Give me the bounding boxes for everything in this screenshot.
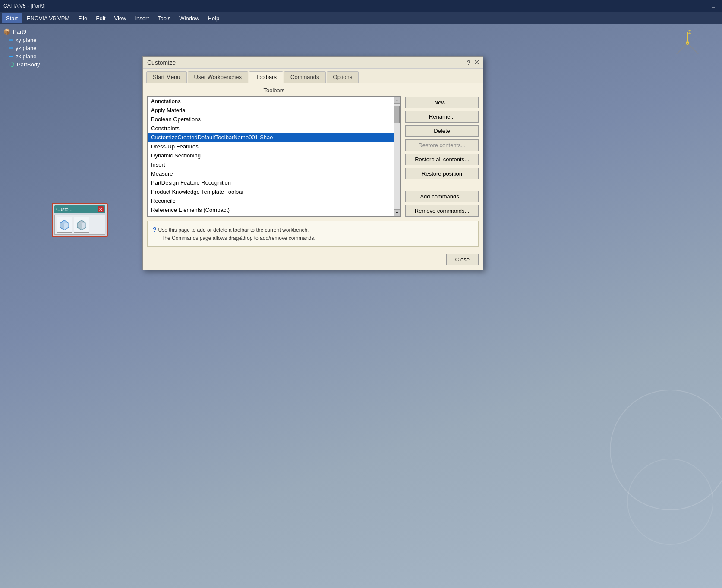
- menu-view[interactable]: View: [110, 13, 131, 23]
- menu-tools[interactable]: Tools: [153, 13, 175, 23]
- customize-dialog: Customize ? ✕ Start Menu User Workbenche…: [142, 56, 483, 270]
- remove-commands-button[interactable]: Remove commands...: [405, 205, 479, 217]
- cube-icon-1[interactable]: [57, 217, 72, 233]
- yzplane-icon: ━: [9, 45, 13, 51]
- sidebar-item-label-zxplane: zx plane: [16, 53, 36, 60]
- menu-file[interactable]: File: [74, 13, 91, 23]
- part9-icon: 📦: [3, 28, 10, 35]
- restore-contents-button[interactable]: Restore contents...: [405, 139, 479, 151]
- scroll-thumb[interactable]: [394, 106, 400, 123]
- svg-text:Z: Z: [688, 30, 691, 35]
- floating-toolbar-body: [54, 215, 105, 235]
- left-panel: Toolbars Annotations Apply Material Bool…: [147, 87, 401, 217]
- xyplane-icon: ━: [9, 37, 13, 43]
- sidebar-item-label-part9: Part9: [13, 28, 26, 35]
- svg-line-4: [677, 43, 687, 54]
- floating-toolbar-title-bar: Custo... ✕: [54, 205, 105, 213]
- menu-help[interactable]: Help: [204, 13, 224, 23]
- tab-user-workbenches[interactable]: User Workbenches: [188, 71, 248, 83]
- toolbar-list: Annotations Apply Material Boolean Opera…: [147, 96, 401, 217]
- tab-options[interactable]: Options: [327, 71, 359, 83]
- list-item-annotations[interactable]: Annotations: [148, 97, 394, 106]
- tab-start-menu[interactable]: Start Menu: [146, 71, 187, 83]
- dialog-title-bar: Customize ? ✕: [143, 57, 483, 69]
- right-panel: New... Rename... Delete Restore contents…: [405, 87, 479, 217]
- minimize-button[interactable]: ─: [687, 0, 705, 12]
- cube-icon-2[interactable]: [74, 217, 89, 233]
- sidebar-item-zxplane[interactable]: ━ zx plane: [2, 52, 85, 60]
- section-title: Toolbars: [147, 87, 401, 94]
- menu-edit[interactable]: Edit: [91, 13, 110, 23]
- restore-all-contents-button[interactable]: Restore all contents...: [405, 154, 479, 165]
- app-title: CATIA V5 - [Part9]: [3, 3, 46, 9]
- dialog-close-button[interactable]: ✕: [474, 59, 479, 66]
- scroll-up-arrow[interactable]: ▲: [394, 97, 400, 104]
- delete-button[interactable]: Delete: [405, 125, 479, 137]
- sidebar-item-xyplane[interactable]: ━ xy plane: [2, 36, 85, 44]
- maximize-button[interactable]: □: [705, 0, 722, 12]
- list-item-product-knowledge[interactable]: Product Knowledge Template Toolbar: [148, 187, 394, 196]
- sidebar-item-partbody[interactable]: ⬡ PartBody: [2, 60, 85, 69]
- partbody-icon: ⬡: [9, 61, 14, 68]
- sidebar-item-label-partbody: PartBody: [17, 61, 40, 68]
- tab-bar: Start Menu User Workbenches Toolbars Com…: [143, 69, 483, 83]
- axis-3d: Z: [670, 30, 705, 65]
- sidebar-item-part9[interactable]: 📦 Part9: [2, 28, 85, 36]
- list-item-reference-extended[interactable]: Reference Elements (Extended): [148, 214, 394, 216]
- new-button[interactable]: New...: [405, 97, 479, 108]
- scroll-down-arrow[interactable]: ▼: [394, 209, 400, 216]
- rename-button[interactable]: Rename...: [405, 111, 479, 123]
- list-item-customize-created[interactable]: CustomizeCreatedDefaultToolbarName001-Sh…: [148, 133, 394, 142]
- list-item-reference-compact[interactable]: Reference Elements (Compact): [148, 205, 394, 214]
- menu-bar: Start ENOVIA V5 VPM File Edit View Inser…: [0, 12, 722, 24]
- sidebar-item-yzplane[interactable]: ━ yz plane: [2, 44, 85, 52]
- floating-toolbar: Custo... ✕: [52, 203, 108, 237]
- toolbar-list-inner: Annotations Apply Material Boolean Opera…: [148, 97, 394, 216]
- list-item-measure[interactable]: Measure: [148, 169, 394, 178]
- zxplane-icon: ━: [9, 53, 13, 60]
- list-item-constraints[interactable]: Constraints: [148, 124, 394, 133]
- close-dialog-button[interactable]: Close: [446, 254, 479, 265]
- dialog-title: Customize: [147, 59, 176, 66]
- list-item-dress-up[interactable]: Dress-Up Features: [148, 142, 394, 151]
- svg-line-3: [687, 43, 698, 54]
- info-icon: ?: [153, 226, 157, 233]
- list-item-partdesign-feature[interactable]: PartDesign Feature Recognition: [148, 178, 394, 187]
- list-item-apply-material[interactable]: Apply Material: [148, 106, 394, 115]
- sidebar-item-label-yzplane: yz plane: [16, 45, 36, 51]
- restore-position-button[interactable]: Restore position: [405, 168, 479, 179]
- list-scrollbar: ▲ ▼: [394, 97, 400, 216]
- menu-enovia[interactable]: ENOVIA V5 VPM: [22, 13, 74, 23]
- add-commands-button[interactable]: Add commands...: [405, 191, 479, 202]
- bg-circle2: [627, 459, 713, 545]
- tab-toolbars[interactable]: Toolbars: [249, 71, 283, 83]
- dialog-controls: ? ✕: [467, 59, 479, 66]
- info-line2: The Commands page allows drag&drop to ad…: [161, 235, 315, 241]
- sidebar: 📦 Part9 ━ xy plane ━ yz plane ━ zx plane…: [0, 24, 86, 72]
- dialog-help-button[interactable]: ?: [467, 59, 470, 66]
- floating-toolbar-close-button[interactable]: ✕: [98, 206, 104, 212]
- title-bar: CATIA V5 - [Part9] ─ □: [0, 0, 722, 12]
- list-item-boolean-operations[interactable]: Boolean Operations: [148, 115, 394, 124]
- menu-window[interactable]: Window: [175, 13, 203, 23]
- menu-insert[interactable]: Insert: [130, 13, 153, 23]
- bg-circle: [610, 390, 722, 510]
- floating-toolbar-title-label: Custo...: [56, 207, 73, 212]
- dialog-main-content: Toolbars Annotations Apply Material Bool…: [143, 83, 483, 221]
- info-box: ?Use this page to add or delete a toolba…: [147, 221, 479, 247]
- menu-start[interactable]: Start: [2, 13, 22, 23]
- close-row: Close: [143, 251, 483, 270]
- scroll-track: [394, 104, 400, 209]
- tab-commands[interactable]: Commands: [284, 71, 325, 83]
- sidebar-item-label-xyplane: xy plane: [16, 37, 36, 43]
- list-item-dynamic-sectioning[interactable]: Dynamic Sectioning: [148, 151, 394, 160]
- info-line1: Use this page to add or delete a toolbar…: [158, 227, 309, 233]
- list-item-reconcile[interactable]: Reconcile: [148, 196, 394, 205]
- list-item-insert[interactable]: Insert: [148, 160, 394, 169]
- title-bar-buttons: ─ □: [687, 0, 722, 12]
